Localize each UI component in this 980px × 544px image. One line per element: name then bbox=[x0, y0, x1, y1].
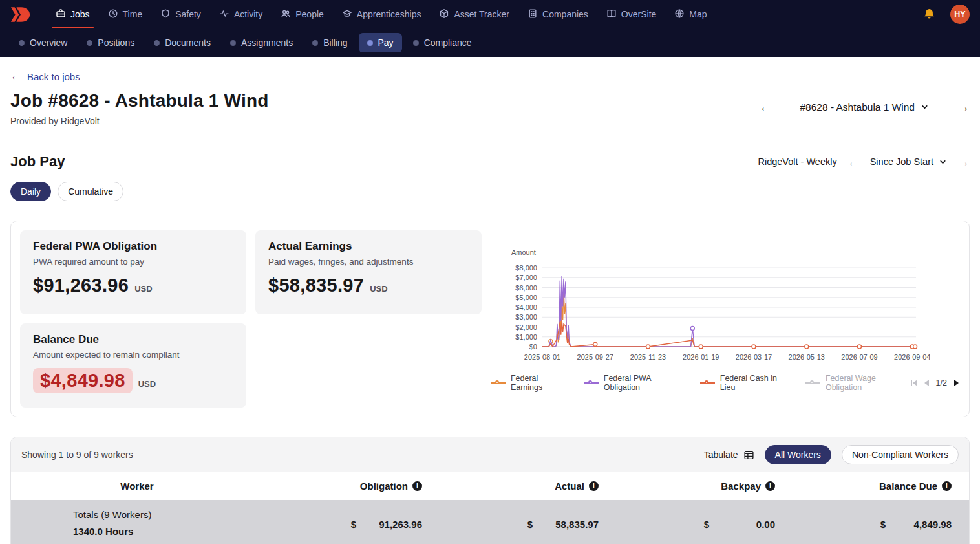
dot-icon bbox=[87, 40, 92, 46]
nav-item-label: Companies bbox=[542, 9, 588, 19]
non-compliant-workers-filter-button[interactable]: Non-Compliant Workers bbox=[842, 445, 959, 464]
legend-item[interactable]: Federal Cash in Lieu bbox=[700, 374, 791, 392]
balance-due-card: Balance Due Amount expected to remain co… bbox=[20, 323, 246, 408]
nav-item-label: Safety bbox=[175, 9, 201, 19]
totals-balance-due-cell: $ 4,849.98 bbox=[793, 509, 969, 539]
nav-item-activity[interactable]: Activity bbox=[210, 0, 272, 28]
nav-item-label: Jobs bbox=[70, 9, 90, 19]
job-pay-heading: Job Pay bbox=[10, 153, 65, 170]
svg-text:$2,000: $2,000 bbox=[515, 323, 537, 331]
currency-symbol: $ bbox=[880, 519, 886, 530]
legend-item[interactable]: Federal PWA Obligation bbox=[584, 374, 686, 392]
globe-icon bbox=[674, 8, 685, 21]
card-title: Federal PWA Obligation bbox=[33, 240, 233, 253]
schedule-label: RidgeVolt - Weekly bbox=[758, 157, 836, 167]
subnav-item-assignments[interactable]: Assignments bbox=[222, 33, 301, 52]
tabulate-button[interactable]: Tabulate bbox=[704, 450, 754, 461]
back-to-jobs-link[interactable]: ← Back to jobs bbox=[10, 70, 80, 83]
column-header-balance-due[interactable]: Balance Duei bbox=[793, 481, 969, 492]
workers-table-panel: Showing 1 to 9 of 9 workers Tabulate All… bbox=[10, 437, 970, 544]
legend-first-page-icon[interactable] bbox=[911, 380, 917, 386]
job-switcher: ← #8628 - Ashtabula 1 Wind → bbox=[759, 101, 970, 113]
subnav-item-billing[interactable]: Billing bbox=[304, 33, 356, 52]
legend-label: Federal Wage Obligation bbox=[826, 374, 911, 392]
subnav-item-label: Assignments bbox=[241, 38, 293, 48]
nav-item-jobs[interactable]: Jobs bbox=[47, 0, 99, 28]
legend-next-page-icon[interactable] bbox=[954, 380, 959, 386]
subnav-item-pay[interactable]: Pay bbox=[359, 33, 402, 52]
nav-item-companies[interactable]: Companies bbox=[518, 0, 597, 28]
subnav-item-compliance[interactable]: Compliance bbox=[405, 33, 480, 52]
job-switcher-value: #8628 - Ashtabula 1 Wind bbox=[800, 102, 915, 113]
totals-backpay-cell: $ 0.00 bbox=[616, 509, 793, 539]
brand-logo[interactable] bbox=[10, 6, 31, 23]
pay-summary-panel: Federal PWA Obligation PWA required amou… bbox=[10, 221, 970, 417]
daily-toggle-button[interactable]: Daily bbox=[10, 182, 51, 201]
nav-item-label: Apprenticeships bbox=[357, 9, 421, 19]
column-header-worker[interactable]: Worker bbox=[11, 481, 263, 492]
bell-icon[interactable] bbox=[922, 8, 936, 21]
currency-symbol: $ bbox=[704, 519, 709, 530]
legend-marker-icon bbox=[491, 382, 506, 384]
page-subtitle: Provided by RidgeVolt bbox=[10, 116, 269, 126]
job-switcher-select[interactable]: #8628 - Ashtabula 1 Wind bbox=[800, 102, 929, 113]
legend-item[interactable]: Federal Earnings bbox=[491, 374, 570, 392]
svg-text:$3,000: $3,000 bbox=[515, 313, 537, 321]
column-header-backpay[interactable]: Backpayi bbox=[616, 481, 793, 492]
top-navigation: Jobs Time Safety Activity People Apprent… bbox=[0, 0, 980, 28]
subnav-item-overview[interactable]: Overview bbox=[10, 33, 76, 52]
column-header-actual[interactable]: Actuali bbox=[440, 481, 616, 492]
nav-item-people[interactable]: People bbox=[272, 0, 333, 28]
title-block: Job #8628 - Ashtabula 1 Wind Provided by… bbox=[10, 91, 269, 126]
next-job-button[interactable]: → bbox=[957, 101, 970, 113]
nav-item-label: Map bbox=[689, 9, 707, 19]
previous-job-button[interactable]: ← bbox=[759, 101, 771, 113]
dot-icon bbox=[154, 40, 160, 46]
svg-text:2026-09-04: 2026-09-04 bbox=[894, 353, 930, 361]
info-icon[interactable]: i bbox=[942, 481, 952, 491]
page-title: Job #8628 - Ashtabula 1 Wind bbox=[10, 91, 269, 111]
subnav-item-positions[interactable]: Positions bbox=[78, 33, 143, 52]
totals-actual-cell: $ 58,835.97 bbox=[440, 509, 616, 539]
subnav-item-label: Positions bbox=[98, 38, 134, 48]
nav-item-oversite[interactable]: OverSite bbox=[597, 0, 665, 28]
nav-item-map[interactable]: Map bbox=[665, 0, 716, 28]
pay-chart-canvas: Amount$0$1,000$2,000$3,000$4,000$5,000$6… bbox=[491, 246, 961, 366]
next-period-button[interactable]: → bbox=[957, 156, 970, 168]
legend-item[interactable]: Federal Wage Obligation bbox=[805, 374, 911, 392]
nav-item-asset-tracker[interactable]: Asset Tracker bbox=[430, 0, 518, 28]
totals-backpay-value: 0.00 bbox=[709, 519, 775, 530]
all-workers-filter-button[interactable]: All Workers bbox=[765, 445, 831, 464]
date-range-select[interactable]: Since Job Start bbox=[870, 157, 947, 167]
nav-item-label: Asset Tracker bbox=[454, 9, 509, 19]
card-description: Paid wages, fringes, and adjustments bbox=[268, 257, 469, 267]
subnav-item-documents[interactable]: Documents bbox=[145, 33, 219, 52]
svg-text:$7,000: $7,000 bbox=[515, 274, 537, 281]
package-icon bbox=[439, 8, 449, 21]
card-amount: $4,849.98 bbox=[33, 368, 133, 393]
table-grid-icon bbox=[743, 450, 754, 461]
info-icon[interactable]: i bbox=[765, 481, 775, 491]
svg-text:$6,000: $6,000 bbox=[515, 284, 537, 292]
nav-item-time[interactable]: Time bbox=[99, 0, 152, 28]
card-amount: $58,835.97 bbox=[268, 275, 364, 296]
column-header-obligation[interactable]: Obligationi bbox=[263, 481, 440, 492]
job-pay-header: Job Pay RidgeVolt - Weekly ← Since Job S… bbox=[10, 153, 970, 170]
info-icon[interactable]: i bbox=[412, 481, 422, 491]
nav-item-apprenticeships[interactable]: Apprenticeships bbox=[333, 0, 431, 28]
avatar[interactable]: HY bbox=[950, 5, 970, 24]
svg-text:2025-09-27: 2025-09-27 bbox=[577, 353, 613, 361]
activity-pulse-icon bbox=[219, 8, 229, 21]
legend-pager: 1/2 bbox=[911, 378, 959, 387]
card-currency: USD bbox=[138, 379, 156, 389]
subnav-item-label: Documents bbox=[165, 38, 211, 48]
legend-prev-page-icon[interactable] bbox=[924, 380, 929, 386]
previous-period-button[interactable]: ← bbox=[847, 156, 860, 168]
cumulative-toggle-button[interactable]: Cumulative bbox=[58, 182, 123, 201]
nav-item-safety[interactable]: Safety bbox=[151, 0, 210, 28]
info-icon[interactable]: i bbox=[589, 481, 599, 491]
left-arrow-icon: ← bbox=[10, 70, 21, 83]
back-link-label: Back to jobs bbox=[27, 71, 80, 82]
federal-pwa-obligation-card: Federal PWA Obligation PWA required amou… bbox=[20, 230, 246, 314]
chevron-down-icon bbox=[939, 158, 947, 166]
